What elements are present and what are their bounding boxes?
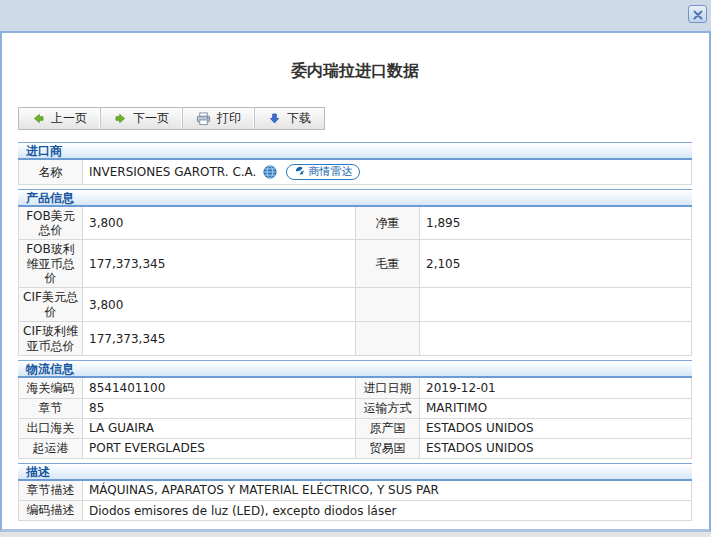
field-value: MARITIMO bbox=[420, 398, 692, 418]
dialog-panel: 委内瑞拉进口数据 上一页 下一页 bbox=[0, 31, 711, 532]
field-value: ESTADOS UNIDOS bbox=[420, 418, 692, 438]
field-value: Diodos emisores de luz (LED), excepto di… bbox=[83, 501, 692, 521]
field-label: 海关编码 bbox=[19, 378, 83, 398]
globe-icon[interactable] bbox=[263, 165, 277, 179]
business-radar-label: 商情雷达 bbox=[308, 164, 352, 179]
field-label: 净重 bbox=[356, 207, 420, 240]
page-title: 委内瑞拉进口数据 bbox=[18, 61, 692, 82]
table-row: CIF玻利维亚币总价 177,373,345 bbox=[19, 322, 692, 356]
toolbar: 上一页 下一页 打印 bbox=[18, 107, 325, 130]
table-row: FOB玻利维亚币总价 177,373,345 毛重 2,105 bbox=[19, 240, 692, 288]
field-value: 8541401100 bbox=[83, 378, 356, 398]
logistics-section-header: 物流信息 bbox=[18, 360, 692, 378]
field-value bbox=[420, 288, 692, 322]
field-value: 3,800 bbox=[83, 207, 356, 240]
table-row: 编码描述 Diodos emisores de luz (LED), excep… bbox=[19, 501, 692, 521]
field-value: MÁQUINAS, APARATOS Y MATERIAL ELÉCTRICO,… bbox=[83, 481, 692, 501]
logistics-section: 物流信息 海关编码 8541401100 进口日期 2019-12-01 章节 … bbox=[18, 360, 692, 459]
field-label: 编码描述 bbox=[19, 501, 83, 521]
table-row: 名称 INVERSIONES GAROTR. C.A. bbox=[19, 160, 692, 184]
download-label: 下载 bbox=[287, 110, 311, 127]
field-label: FOB美元总价 bbox=[19, 207, 83, 240]
radar-icon bbox=[294, 165, 305, 179]
importer-section-header: 进口商 bbox=[18, 142, 692, 160]
next-page-label: 下一页 bbox=[133, 110, 169, 127]
importer-name-value: INVERSIONES GAROTR. C.A. bbox=[89, 165, 256, 179]
arrow-right-icon bbox=[114, 112, 127, 125]
description-section: 描述 章节描述 MÁQUINAS, APARATOS Y MATERIAL EL… bbox=[18, 463, 692, 522]
field-value: ESTADOS UNIDOS bbox=[420, 438, 692, 458]
field-label: CIF美元总价 bbox=[19, 288, 83, 322]
field-value: 3,800 bbox=[83, 288, 356, 322]
table-row: 出口海关 LA GUAIRA 原产国 ESTADOS UNIDOS bbox=[19, 418, 692, 438]
print-button[interactable]: 打印 bbox=[183, 108, 255, 129]
table-row: 海关编码 8541401100 进口日期 2019-12-01 bbox=[19, 378, 692, 398]
field-value: 2,105 bbox=[420, 240, 692, 288]
field-label: 运输方式 bbox=[356, 398, 420, 418]
table-row: 章节描述 MÁQUINAS, APARATOS Y MATERIAL ELÉCT… bbox=[19, 481, 692, 501]
business-radar-button[interactable]: 商情雷达 bbox=[286, 164, 360, 180]
table-row: 章节 85 运输方式 MARITIMO bbox=[19, 398, 692, 418]
field-value: 177,373,345 bbox=[83, 322, 356, 356]
field-value: 177,373,345 bbox=[83, 240, 356, 288]
field-value: 2019-12-01 bbox=[420, 378, 692, 398]
arrow-down-icon bbox=[268, 112, 281, 125]
field-value: PORT EVERGLADES bbox=[83, 438, 356, 458]
prev-page-label: 上一页 bbox=[51, 110, 87, 127]
prev-page-button[interactable]: 上一页 bbox=[19, 108, 101, 129]
product-section-header: 产品信息 bbox=[18, 189, 692, 207]
importer-section: 进口商 名称 INVERSIONES GAROTR. C.A. bbox=[18, 142, 692, 185]
field-label: CIF玻利维亚币总价 bbox=[19, 322, 83, 356]
field-label: 起运港 bbox=[19, 438, 83, 458]
field-label: 进口日期 bbox=[356, 378, 420, 398]
field-label: 贸易国 bbox=[356, 438, 420, 458]
description-section-header: 描述 bbox=[18, 463, 692, 481]
download-button[interactable]: 下载 bbox=[255, 108, 324, 129]
printer-icon bbox=[196, 112, 211, 126]
table-row: FOB美元总价 3,800 净重 1,895 bbox=[19, 207, 692, 240]
field-value: 1,895 bbox=[420, 207, 692, 240]
field-label bbox=[356, 322, 420, 356]
field-label: 毛重 bbox=[356, 240, 420, 288]
field-label: 章节 bbox=[19, 398, 83, 418]
field-label: 章节描述 bbox=[19, 481, 83, 501]
dialog-titlebar bbox=[0, 0, 711, 31]
field-label: 原产国 bbox=[356, 418, 420, 438]
field-value: 85 bbox=[83, 398, 356, 418]
next-page-button[interactable]: 下一页 bbox=[101, 108, 183, 129]
close-button[interactable] bbox=[688, 5, 707, 23]
field-label: 出口海关 bbox=[19, 418, 83, 438]
field-label bbox=[356, 288, 420, 322]
importer-name-label: 名称 bbox=[19, 160, 83, 184]
field-value bbox=[420, 322, 692, 356]
product-section: 产品信息 FOB美元总价 3,800 净重 1,895 FOB玻利维亚币总价 1… bbox=[18, 189, 692, 357]
table-row: 起运港 PORT EVERGLADES 贸易国 ESTADOS UNIDOS bbox=[19, 438, 692, 458]
close-icon bbox=[693, 5, 703, 24]
field-value: LA GUAIRA bbox=[83, 418, 356, 438]
field-label: FOB玻利维亚币总价 bbox=[19, 240, 83, 288]
print-label: 打印 bbox=[217, 110, 241, 127]
arrow-left-icon bbox=[32, 112, 45, 125]
table-row: CIF美元总价 3,800 bbox=[19, 288, 692, 322]
